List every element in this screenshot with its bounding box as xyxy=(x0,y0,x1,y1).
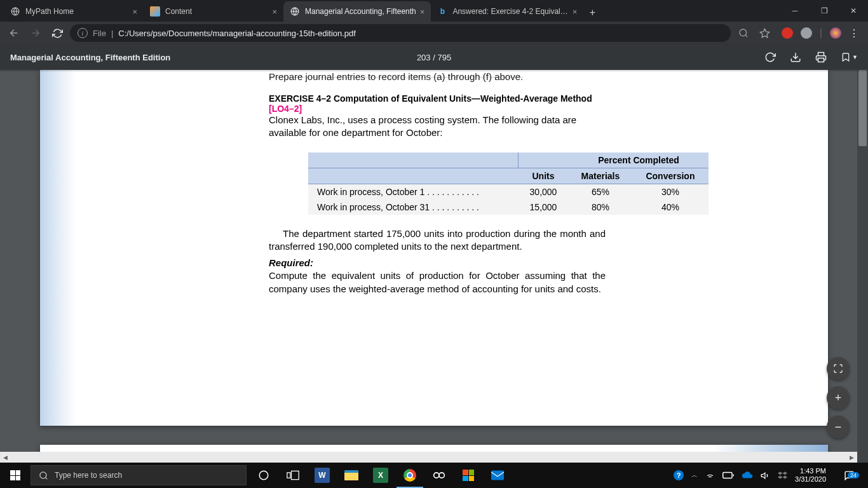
menu-icon[interactable]: ⋮ xyxy=(849,27,859,39)
back-button[interactable] xyxy=(5,24,23,42)
zoom-in-button[interactable]: + xyxy=(827,386,850,409)
tab-title: Managerial Accounting, Fifteenth xyxy=(305,7,416,16)
scroll-left-icon[interactable]: ◀ xyxy=(0,452,11,463)
word-icon[interactable]: W xyxy=(308,463,337,488)
wifi-icon[interactable] xyxy=(705,471,715,480)
svg-rect-12 xyxy=(723,473,732,478)
forward-button[interactable] xyxy=(27,24,44,42)
bookmark-icon[interactable]: ▼ xyxy=(841,52,858,62)
search-placeholder: Type here to search xyxy=(55,471,122,480)
required-label: Required: xyxy=(269,257,606,269)
globe-icon xyxy=(290,6,300,17)
notif-badge: 24 xyxy=(848,472,859,478)
vertical-scrollbar[interactable] xyxy=(857,70,868,463)
mail-icon[interactable] xyxy=(483,463,512,488)
exercise-intro: Clonex Labs, Inc., uses a process costin… xyxy=(269,114,606,140)
exercise-para2: The department started 175,000 units int… xyxy=(269,227,606,254)
svg-point-10 xyxy=(439,473,444,478)
download-icon[interactable] xyxy=(790,51,801,63)
tray-chevron-icon[interactable]: ︿ xyxy=(691,471,698,480)
browser-tab-strip: MyPath Home × Content × Managerial Accou… xyxy=(0,0,868,22)
close-icon[interactable]: × xyxy=(420,7,425,17)
required-text: Compute the equivalent units of producti… xyxy=(269,269,606,295)
clock[interactable]: 1:43 PM 3/31/2020 xyxy=(795,467,829,483)
browser-tab-3[interactable]: b Answered: Exercise 4-2 Equivalen × xyxy=(431,1,583,22)
new-tab-button[interactable]: + xyxy=(583,4,601,22)
notifications-icon[interactable]: 24 xyxy=(836,470,862,481)
col-materials: Materials xyxy=(569,168,632,184)
cortana-icon[interactable] xyxy=(249,463,278,488)
svg-marker-14 xyxy=(761,473,765,478)
excel-icon[interactable]: X xyxy=(366,463,395,488)
pdf-document-title: Managerial Accounting, Fifteenth Edition xyxy=(10,53,170,62)
chrome-icon[interactable] xyxy=(395,463,424,488)
svg-rect-7 xyxy=(287,473,290,478)
exercise-heading: EXERCISE 4–2 Computation of Equivalent U… xyxy=(269,93,606,114)
maximize-button[interactable]: ❐ xyxy=(810,0,839,22)
zoom-out-button[interactable]: − xyxy=(827,416,850,438)
system-tray: ? ︿ 1:43 PM 3/31/2020 24 xyxy=(667,463,868,488)
browser-tab-1[interactable]: Content × xyxy=(144,1,283,22)
col-units: Units xyxy=(518,168,569,184)
tab-title: MyPath Home xyxy=(25,7,128,16)
table-row: Work in process, October 31 . . . . . . … xyxy=(308,200,709,215)
wip-table: Percent Completed Units Materials Conver… xyxy=(308,152,709,215)
svg-rect-4 xyxy=(818,58,824,62)
globe-icon xyxy=(10,6,20,17)
svg-point-6 xyxy=(259,471,268,480)
svg-point-5 xyxy=(40,471,46,478)
close-icon[interactable]: × xyxy=(132,7,137,17)
start-button[interactable] xyxy=(0,463,31,488)
extension-icon[interactable] xyxy=(782,27,793,39)
pdf-page: Prepare journal entries to record items … xyxy=(40,70,828,426)
svg-rect-11 xyxy=(491,471,504,480)
app-icon[interactable] xyxy=(424,463,454,488)
browser-tab-2[interactable]: Managerial Accounting, Fifteenth × xyxy=(283,1,431,22)
fit-page-button[interactable] xyxy=(827,357,850,380)
zoom-icon[interactable] xyxy=(735,24,752,42)
close-icon[interactable]: × xyxy=(272,7,277,17)
reload-button[interactable] xyxy=(48,24,66,42)
tab-title: Content xyxy=(165,7,268,16)
doc-icon xyxy=(150,6,160,17)
svg-point-2 xyxy=(740,29,747,36)
bartleby-icon: b xyxy=(437,6,447,17)
truncated-prior-text: Prepare journal entries to record items … xyxy=(269,71,606,82)
store-icon[interactable] xyxy=(454,463,483,488)
taskbar-search[interactable]: Type here to search xyxy=(31,465,247,485)
url-prefix: File xyxy=(93,29,106,38)
omnibox[interactable]: i File | C:/Users/pse/Documents/manageri… xyxy=(70,24,731,42)
extension-icon[interactable] xyxy=(801,27,812,39)
window-controls: ─ ❐ ✕ xyxy=(780,0,868,22)
dropbox-icon[interactable] xyxy=(778,471,787,480)
pdf-viewport[interactable]: Prepare journal entries to record items … xyxy=(0,70,868,463)
info-icon: i xyxy=(78,28,88,38)
task-view-icon[interactable] xyxy=(278,463,308,488)
table-span-header: Percent Completed xyxy=(569,152,709,168)
star-icon[interactable] xyxy=(756,24,774,42)
file-explorer-icon[interactable] xyxy=(337,463,366,488)
windows-taskbar: Type here to search W X ? ︿ 1:43 PM 3/31… xyxy=(0,463,868,488)
print-icon[interactable] xyxy=(815,51,827,63)
svg-point-9 xyxy=(434,473,439,478)
horizontal-scrollbar[interactable]: ◀ ▶ xyxy=(0,452,857,463)
battery-icon[interactable] xyxy=(722,471,734,479)
rotate-icon[interactable] xyxy=(764,51,776,63)
pdf-page-indicator[interactable]: 203 / 795 xyxy=(417,53,451,62)
close-icon[interactable]: × xyxy=(573,7,578,17)
help-icon[interactable]: ? xyxy=(674,470,684,480)
url-text: C:/Users/pse/Documents/managerial-accoun… xyxy=(118,29,356,38)
table-row: Work in process, October 1 . . . . . . .… xyxy=(308,184,709,200)
close-window-button[interactable]: ✕ xyxy=(839,0,868,22)
pdf-toolbar: Managerial Accounting, Fifteenth Edition… xyxy=(0,44,868,70)
scroll-right-icon[interactable]: ▶ xyxy=(846,452,857,463)
onedrive-icon[interactable] xyxy=(742,471,753,479)
address-bar: i File | C:/Users/pse/Documents/manageri… xyxy=(0,22,868,44)
volume-icon[interactable] xyxy=(761,471,770,480)
svg-rect-8 xyxy=(292,471,299,479)
windows-logo-icon xyxy=(10,470,20,480)
minimize-button[interactable]: ─ xyxy=(780,0,810,22)
browser-tab-0[interactable]: MyPath Home × xyxy=(4,1,144,22)
tab-title: Answered: Exercise 4-2 Equivalen xyxy=(452,7,568,16)
profile-avatar[interactable] xyxy=(830,27,841,39)
